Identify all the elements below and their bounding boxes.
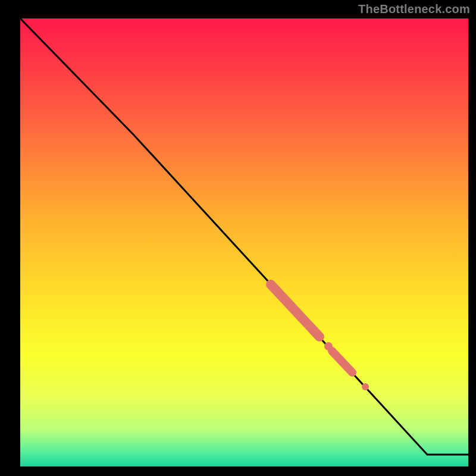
attribution-text: TheBottleneck.com [358,2,470,16]
chart-stage: TheBottleneck.com [0,0,476,476]
chart-svg [0,0,476,476]
plot-area [20,18,468,466]
highlight-dot-2 [362,383,369,390]
